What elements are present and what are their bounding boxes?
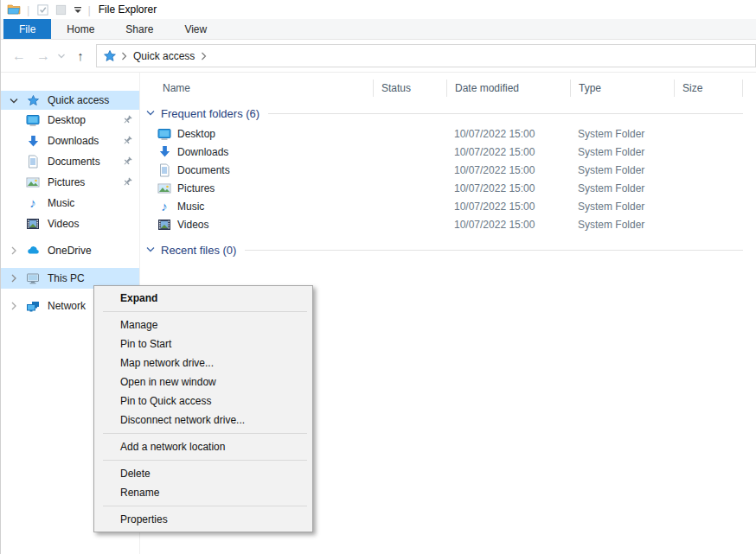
music-icon: ♪ bbox=[157, 200, 171, 213]
music-icon: ♪ bbox=[26, 196, 40, 210]
up-button-icon[interactable]: ↑ bbox=[68, 48, 93, 63]
group-header-rule bbox=[245, 250, 743, 251]
file-date-modified: 10/07/2022 15:00 bbox=[447, 182, 571, 194]
file-date-modified: 10/07/2022 15:00 bbox=[447, 146, 571, 158]
file-explorer-window: | | File Explorer File Home Share View bbox=[0, 0, 756, 554]
file-row-music[interactable]: ♪ Music 10/07/2022 15:00 System Folder bbox=[140, 197, 756, 215]
chevron-down-icon[interactable] bbox=[146, 246, 155, 253]
chevron-right-icon[interactable] bbox=[8, 246, 20, 255]
column-header-size[interactable]: Size bbox=[675, 80, 743, 97]
group-header-rule bbox=[268, 113, 743, 114]
sidebar-item-label: Music bbox=[48, 197, 74, 209]
videos-icon bbox=[26, 217, 40, 231]
sidebar-item-documents[interactable]: Documents bbox=[1, 151, 139, 172]
address-bar[interactable]: Quick access bbox=[96, 44, 756, 67]
file-row-desktop[interactable]: Desktop 10/07/2022 15:00 System Folder bbox=[140, 124, 756, 143]
menu-item-pin-to-start[interactable]: Pin to Start bbox=[94, 334, 312, 353]
pin-icon bbox=[122, 135, 133, 146]
pin-icon bbox=[122, 176, 133, 188]
group-header-label: Frequent folders (6) bbox=[161, 107, 259, 120]
file-type: System Folder bbox=[571, 164, 675, 176]
sidebar-item-label: Network bbox=[48, 300, 86, 312]
sidebar-item-label: Desktop bbox=[48, 114, 86, 126]
menu-item-manage[interactable]: Manage bbox=[94, 315, 312, 334]
qat-new-folder-icon[interactable] bbox=[54, 3, 68, 17]
pictures-icon bbox=[26, 175, 40, 189]
quick-access-star-icon bbox=[103, 49, 117, 63]
column-header-type[interactable]: Type bbox=[571, 80, 675, 97]
menu-item-pin-to-quick-access[interactable]: Pin to Quick access bbox=[94, 392, 312, 411]
documents-icon bbox=[26, 155, 40, 169]
breadcrumb-chevron-icon[interactable] bbox=[201, 52, 207, 60]
file-type: System Folder bbox=[571, 201, 675, 213]
file-name: Desktop bbox=[177, 128, 215, 140]
forward-button-icon[interactable]: → bbox=[32, 48, 54, 64]
menu-item-map-network-drive[interactable]: Map network drive... bbox=[94, 353, 312, 373]
file-explorer-logo-icon bbox=[6, 3, 21, 17]
sidebar-item-label: Downloads bbox=[48, 135, 99, 147]
file-name: Videos bbox=[177, 219, 208, 231]
menu-item-expand[interactable]: Expand bbox=[94, 289, 312, 308]
recent-locations-dropdown-icon[interactable] bbox=[54, 53, 68, 60]
title-bar: | | File Explorer bbox=[1, 0, 756, 19]
file-row-pictures[interactable]: Pictures 10/07/2022 15:00 System Folder bbox=[140, 179, 756, 197]
menu-item-open-in-new-window[interactable]: Open in new window bbox=[94, 373, 312, 392]
file-row-videos[interactable]: Videos 10/07/2022 15:00 System Folder bbox=[140, 215, 756, 233]
chevron-down-icon[interactable] bbox=[146, 110, 155, 117]
quick-access-star-icon bbox=[26, 93, 40, 107]
desktop-icon bbox=[26, 113, 40, 127]
file-row-downloads[interactable]: Downloads 10/07/2022 15:00 System Folder bbox=[140, 143, 756, 161]
sidebar-item-pictures[interactable]: Pictures bbox=[1, 172, 139, 193]
file-type: System Folder bbox=[571, 182, 675, 194]
sidebar-item-videos[interactable]: Videos bbox=[1, 213, 139, 234]
tab-file[interactable]: File bbox=[3, 19, 51, 39]
menu-item-disconnect-network-drive[interactable]: Disconnect network drive... bbox=[94, 411, 312, 430]
file-type: System Folder bbox=[571, 128, 675, 140]
group-header-frequent-folders[interactable]: Frequent folders (6) bbox=[140, 102, 756, 124]
file-name: Documents bbox=[177, 164, 230, 176]
chevron-down-icon[interactable] bbox=[8, 97, 20, 105]
sidebar-item-desktop[interactable]: Desktop bbox=[1, 110, 139, 131]
pin-icon bbox=[122, 156, 133, 167]
file-date-modified: 10/07/2022 15:00 bbox=[447, 219, 571, 231]
menu-item-rename[interactable]: Rename bbox=[94, 483, 312, 502]
breadcrumb-chevron-icon bbox=[121, 52, 127, 60]
menu-item-delete[interactable]: Delete bbox=[94, 464, 312, 483]
this-pc-icon bbox=[26, 271, 40, 285]
pin-icon bbox=[122, 114, 133, 125]
group-header-recent-files[interactable]: Recent files (0) bbox=[140, 239, 756, 261]
tab-home[interactable]: Home bbox=[51, 19, 110, 39]
sidebar-item-quick-access[interactable]: Quick access bbox=[1, 91, 139, 110]
window-title: File Explorer bbox=[99, 3, 157, 16]
file-row-documents[interactable]: Documents 10/07/2022 15:00 System Folder bbox=[140, 161, 756, 179]
chevron-right-icon[interactable] bbox=[8, 274, 20, 283]
menu-separator bbox=[103, 433, 307, 434]
titlebar-separator: | bbox=[27, 3, 29, 16]
pictures-icon bbox=[157, 181, 171, 195]
tab-view[interactable]: View bbox=[169, 19, 222, 39]
file-type: System Folder bbox=[571, 146, 675, 158]
desktop-icon bbox=[157, 127, 171, 141]
chevron-right-icon[interactable] bbox=[8, 302, 20, 310]
menu-item-add-a-network-location[interactable]: Add a network location bbox=[94, 437, 312, 456]
qat-properties-icon[interactable] bbox=[35, 3, 50, 17]
qat-customize-dropdown-icon[interactable] bbox=[73, 3, 83, 16]
menu-item-properties[interactable]: Properties bbox=[94, 510, 312, 529]
videos-icon bbox=[157, 218, 171, 232]
sidebar-item-label: Documents bbox=[48, 156, 100, 168]
sidebar-item-music[interactable]: ♪ Music bbox=[1, 193, 139, 213]
column-header-status[interactable]: Status bbox=[374, 80, 447, 97]
file-name: Pictures bbox=[177, 182, 215, 194]
file-date-modified: 10/07/2022 15:00 bbox=[447, 164, 571, 176]
sidebar-item-downloads[interactable]: Downloads bbox=[1, 131, 139, 151]
downloads-icon bbox=[157, 145, 171, 159]
onedrive-icon bbox=[26, 244, 40, 258]
navigation-bar: ← → ↑ Quick access bbox=[1, 40, 756, 73]
back-button-icon[interactable]: ← bbox=[6, 48, 32, 64]
breadcrumb-quick-access[interactable]: Quick access bbox=[131, 48, 196, 64]
tab-share[interactable]: Share bbox=[110, 19, 169, 39]
sidebar-item-onedrive[interactable]: OneDrive bbox=[1, 240, 139, 261]
sidebar-item-label: Pictures bbox=[48, 176, 85, 188]
column-header-name[interactable]: Name bbox=[140, 80, 374, 97]
column-header-date-modified[interactable]: Date modified bbox=[447, 80, 571, 97]
